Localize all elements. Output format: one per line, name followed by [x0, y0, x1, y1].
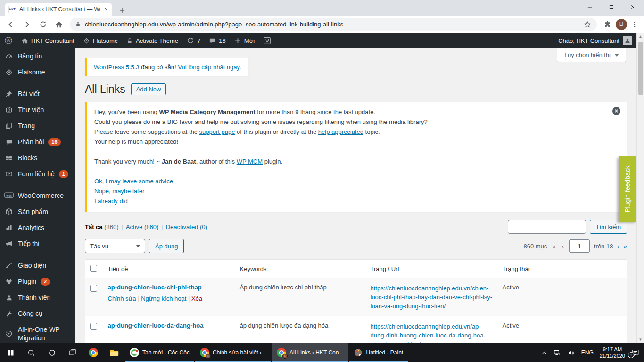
chrome-taskbar-icon[interactable] [83, 343, 104, 362]
column-header-status[interactable]: Trạng thái [498, 260, 627, 278]
page-url-link[interactable]: https://chienluocdoanhnghiep.edu.vn/ap-d… [371, 322, 493, 343]
sidebar-item-blocks[interactable]: Blocks [0, 150, 75, 166]
taskbar-search-icon[interactable] [21, 343, 41, 362]
browser-tab[interactable]: HKT All Links ‹ HKT Consultant — Wor [5, 3, 112, 16]
next-page-button[interactable]: › [617, 243, 619, 250]
taskbar-app-chrome-all-links[interactable]: LiAll Links ‹ HKT Con... [272, 343, 348, 362]
apply-button[interactable]: Áp dụng [149, 239, 184, 253]
sidebar-item-flatsome[interactable]: Flatsome [0, 64, 75, 80]
update-now-link[interactable]: Vui lòng cập nhật ngay [178, 64, 239, 71]
speaker-icon[interactable] [568, 349, 575, 356]
sidebar-item-wp-migration[interactable]: All-in-One WP Migration [0, 321, 75, 343]
column-header-url[interactable]: Trang / Url [366, 260, 498, 278]
user-avatar-icon[interactable] [623, 36, 632, 45]
sidebar-item-pages[interactable]: Trang [0, 118, 75, 134]
sidebar-item-plugins[interactable]: Plugin2 [0, 273, 75, 289]
back-icon[interactable] [4, 17, 18, 32]
comments-menu[interactable]: 16 [205, 33, 230, 48]
scroll-down-icon[interactable]: ▼ [639, 336, 643, 343]
filter-all[interactable]: Tất cả [85, 223, 103, 230]
howdy-greeting[interactable]: Chào, HKT Consultant [558, 37, 619, 44]
scroll-up-icon[interactable]: ▲ [639, 33, 643, 40]
activate-theme-menu[interactable]: Activate Theme [122, 33, 182, 48]
column-header-title[interactable]: Tiêu đề [103, 260, 235, 278]
search-input[interactable] [508, 220, 586, 234]
sidebar-item-posts[interactable]: Bài viết [0, 86, 75, 102]
browser-profile-avatar[interactable]: Li [616, 19, 627, 30]
column-header-keywords[interactable]: Keywords [235, 260, 366, 278]
taskbar-app-chrome-edit-post[interactable]: LiChỉnh sửa bài viết ‹... [195, 343, 272, 362]
site-name-menu[interactable]: HKT Consultant [17, 33, 79, 48]
sidebar-item-media[interactable]: Thư viện [0, 102, 75, 118]
url-text[interactable]: chienluocdoanhnghiep.edu.vn/wp-admin/adm… [85, 21, 579, 28]
task-view-icon[interactable] [62, 343, 83, 362]
browser-menu-icon[interactable] [629, 21, 640, 28]
cortana-icon[interactable] [41, 343, 62, 362]
clock[interactable]: 9:17 AM21/11/2020 [600, 346, 625, 359]
updates-menu[interactable]: 7 [182, 33, 205, 48]
deactivate-link[interactable]: Ngừng kích hoạt [141, 295, 186, 302]
add-new-button[interactable]: Add New [131, 83, 166, 95]
leave-advice-link[interactable]: Ok, I may leave some advice [94, 176, 173, 186]
new-content-menu[interactable]: Mới [230, 33, 259, 48]
window-close-button[interactable] [622, 0, 644, 14]
extensions-puzzle-icon[interactable] [601, 20, 614, 28]
yoast-seo-menu[interactable] [259, 33, 275, 48]
tray-chevron-up-icon[interactable] [541, 350, 547, 356]
page-scrollbar[interactable]: ▲ ▼ [636, 33, 644, 343]
sidebar-item-users[interactable]: Thành viên [0, 289, 75, 305]
support-page-link[interactable]: support page [199, 128, 235, 135]
https-lock-icon[interactable] [75, 21, 81, 27]
start-button[interactable] [0, 343, 21, 362]
dismiss-notice-icon[interactable] [612, 107, 620, 115]
help-appreciated-link[interactable]: help appreciated [318, 128, 363, 135]
wp-logo-menu[interactable]: W [0, 33, 17, 48]
sidebar-item-appearance[interactable]: Giao diện [0, 257, 75, 273]
page-url-link[interactable]: https://chienluocdoanhnghiep.edu.vn/chie… [371, 284, 493, 311]
edit-link[interactable]: Chỉnh sửa [108, 295, 136, 302]
sidebar-item-contact-form[interactable]: Form liên hệ1 [0, 166, 75, 182]
wp-mcm-link[interactable]: WP MCM [237, 158, 263, 165]
filter-active[interactable]: Active (860) [126, 223, 158, 230]
refresh-icon[interactable] [36, 17, 50, 32]
already-did-link[interactable]: I already did [94, 196, 128, 206]
sidebar-item-dashboard[interactable]: Bảng tin [0, 48, 75, 64]
sidebar-item-marketing[interactable]: Tiếp thị [0, 236, 75, 252]
flatsome-menu[interactable]: Flatsome [79, 33, 122, 48]
network-icon[interactable] [553, 349, 561, 356]
sidebar-item-woocommerce[interactable]: WooWooCommerce [0, 188, 75, 204]
forward-icon[interactable] [20, 17, 34, 32]
notification-center-icon[interactable]: 1 [631, 349, 639, 356]
search-button[interactable]: Tìm kiếm [590, 220, 627, 234]
filter-deactivated[interactable]: Deactivated (0) [166, 223, 207, 230]
window-minimize-button[interactable] [579, 0, 601, 14]
screen-options-button[interactable]: Tùy chọn hiển thị [557, 48, 626, 62]
sidebar-item-analytics[interactable]: Analytics [0, 220, 75, 236]
taskbar-app-coccoc[interactable]: Tab mới - Cốc Cốc [124, 343, 195, 362]
last-page-button[interactable]: » [624, 243, 627, 250]
language-indicator[interactable]: ENG [581, 349, 594, 356]
current-page-input[interactable] [569, 239, 590, 253]
window-maximize-button[interactable] [601, 0, 622, 14]
sidebar-item-tools[interactable]: Công cụ [0, 305, 75, 321]
bulk-actions-select[interactable]: Tác vụ [85, 239, 145, 253]
tab-close-icon[interactable] [104, 7, 108, 12]
file-explorer-icon[interactable] [104, 343, 124, 362]
maybe-later-link[interactable]: Nope, maybe later [94, 186, 144, 196]
select-all-checkbox[interactable] [90, 265, 97, 272]
delete-link[interactable]: Xóa [191, 295, 202, 302]
row-checkbox[interactable] [90, 323, 97, 330]
bookmark-star-icon[interactable] [584, 21, 591, 28]
plugin-feedback-tab[interactable]: Plugin feedback [619, 156, 636, 222]
taskbar-app-paint[interactable]: Untitled - Paint [348, 343, 408, 362]
sidebar-item-comments[interactable]: Phản hồi16 [0, 134, 75, 150]
home-icon[interactable] [52, 17, 66, 32]
link-title[interactable]: ap-dung-chien-luoc-chi-phi-thap [108, 284, 202, 291]
new-tab-button[interactable] [119, 8, 125, 14]
wordpress-version-link[interactable]: WordPress 5.5.3 [94, 64, 140, 71]
scrollbar-thumb[interactable] [638, 42, 643, 95]
row-checkbox[interactable] [90, 285, 97, 292]
link-title[interactable]: ap-dung-chien-luoc-da-dang-hoa [108, 322, 204, 329]
url-bar[interactable]: chienluocdoanhnghiep.edu.vn/wp-admin/adm… [70, 18, 597, 31]
sidebar-item-products[interactable]: Sản phẩm [0, 204, 75, 220]
